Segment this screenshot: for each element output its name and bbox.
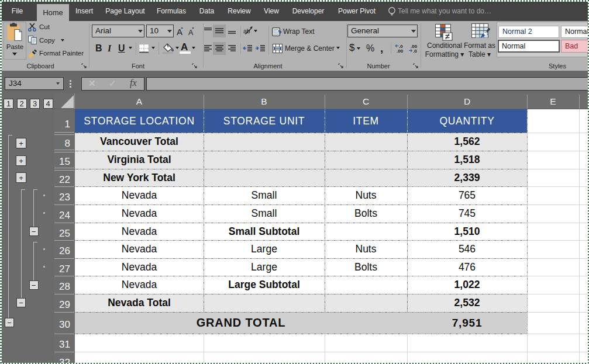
svg-text:.0: .0: [413, 48, 417, 53]
svg-text:.00: .00: [397, 48, 404, 53]
